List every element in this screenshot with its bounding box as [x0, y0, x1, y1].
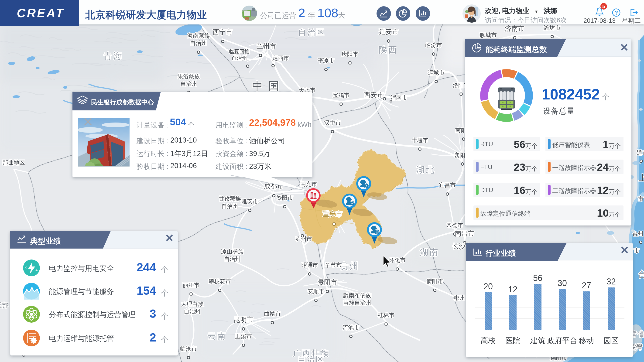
svg-text:桂林市: 桂林市: [378, 312, 394, 318]
svg-text:黔南布依族: 黔南布依族: [343, 292, 371, 298]
svg-text:凉山彝族: 凉山彝族: [221, 248, 244, 254]
svg-text:定西市: 定西市: [272, 55, 289, 61]
svg-text:平凉市: 平凉市: [318, 57, 334, 64]
svg-text:运城市: 运城市: [428, 70, 444, 76]
svg-text:自治区: 自治区: [298, 28, 326, 36]
svg-text:通市: 通市: [636, 150, 644, 156]
svg-text:衡阳市: 衡阳市: [426, 278, 443, 284]
svg-text:临沧市: 临沧市: [180, 346, 197, 352]
svg-text:河池市: 河池市: [342, 324, 359, 330]
svg-text:济南市: 济南市: [505, 25, 524, 32]
svg-text:台: 台: [638, 270, 644, 279]
svg-text:聊城市: 聊城市: [480, 32, 497, 38]
svg-text:大理白族: 大理白族: [181, 301, 204, 307]
svg-text:南昌市: 南昌市: [455, 230, 474, 237]
svg-text:庆阳市: 庆阳市: [342, 51, 358, 57]
svg-text:怀化市: 怀化市: [389, 257, 406, 263]
svg-text:重庆市: 重庆市: [323, 210, 342, 218]
svg-text:贵阳市: 贵阳市: [318, 278, 337, 286]
svg-text:常德市: 常德市: [446, 222, 463, 228]
svg-text:自治州: 自治州: [184, 308, 200, 314]
svg-text:郴州: 郴州: [454, 295, 465, 301]
svg-text:毕节市: 毕节市: [325, 262, 342, 268]
svg-text:宝鸡市: 宝鸡市: [333, 92, 350, 98]
svg-text:苗族自治州: 苗族自治州: [343, 300, 371, 306]
svg-text:上: 上: [639, 173, 644, 182]
svg-text:渭南市: 渭南市: [390, 94, 407, 101]
svg-text:自治州: 自治州: [190, 40, 207, 46]
svg-text:兰州市: 兰州市: [256, 43, 276, 50]
svg-text:昭通市: 昭通市: [301, 262, 318, 268]
svg-text:延安市: 延安市: [378, 28, 398, 36]
svg-text:市: 市: [638, 196, 644, 202]
svg-text:?: ?: [615, 10, 618, 16]
svg-text:青海: 青海: [104, 51, 123, 60]
svg-text:玉溪市: 玉溪市: [235, 333, 252, 340]
svg-text:湖南: 湖南: [420, 248, 440, 257]
svg-text:5: 5: [602, 4, 605, 9]
svg-text:丽江市: 丽江市: [183, 282, 200, 288]
svg-text:西安市: 西安市: [364, 91, 384, 98]
svg-text:湖北: 湖北: [416, 165, 436, 174]
svg-text:台州: 台州: [632, 230, 644, 237]
svg-text:贵州: 贵州: [340, 261, 360, 271]
svg-text:自治区: 自治区: [298, 355, 325, 362]
svg-text:潍坊市: 潍坊市: [544, 24, 560, 31]
svg-text:临汾市: 临汾市: [425, 42, 442, 48]
svg-text:曲靖市: 曲靖市: [264, 310, 281, 317]
svg-text:陕西: 陕西: [378, 45, 398, 54]
svg-text:十堰市: 十堰市: [412, 137, 428, 143]
svg-text:市: 市: [634, 248, 639, 254]
svg-text:汉中市: 汉中市: [324, 120, 341, 126]
svg-text:自治州: 自治州: [232, 55, 247, 61]
svg-text:安顺市: 安顺市: [308, 288, 324, 294]
svg-text:宜昌市: 宜昌市: [439, 182, 456, 188]
svg-text:自治州: 自治州: [180, 80, 197, 87]
svg-text:果洛藏族: 果洛藏族: [178, 73, 200, 80]
svg-text:临夏回族: 临夏回族: [229, 49, 250, 54]
svg-text:昆明市: 昆明市: [234, 316, 253, 323]
svg-text:亚邦: 亚邦: [0, 302, 8, 309]
svg-text:云南: 云南: [207, 331, 227, 340]
svg-text:西宁市: 西宁市: [213, 28, 232, 36]
svg-text:自治州: 自治州: [224, 256, 241, 262]
svg-text:海南藏族: 海南藏族: [187, 32, 210, 39]
svg-text:攀枝花市: 攀枝花市: [208, 278, 231, 284]
svg-text:那曲地区: 那曲地区: [2, 159, 25, 166]
